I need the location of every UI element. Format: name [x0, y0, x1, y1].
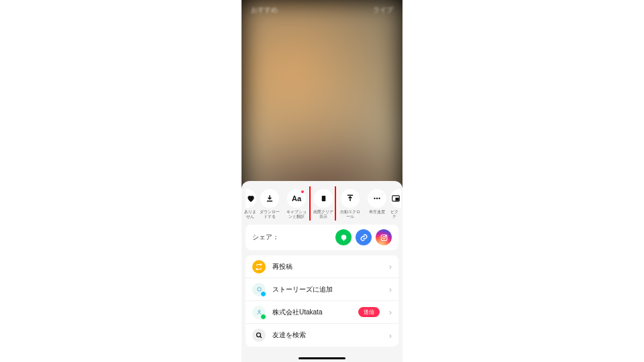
svg-point-12 [257, 333, 261, 337]
pip-icon [390, 189, 401, 208]
svg-point-1 [374, 198, 375, 199]
action-dots[interactable]: 再生速度 [364, 189, 390, 219]
action-label: ダウンロー ドする [260, 210, 280, 219]
action-pip[interactable]: ピク チ [390, 189, 402, 219]
send-badge[interactable]: 送信 [358, 307, 380, 317]
phone-frame: おすすめ ライブ ありま せんダウンロー ドするAaキャプショ ンと翻訳画面クリ… [241, 0, 402, 362]
share-link-icon[interactable] [356, 229, 372, 245]
svg-point-10 [257, 288, 261, 292]
svg-point-2 [376, 198, 378, 199]
share-row: シェア： [246, 225, 398, 250]
svg-rect-5 [396, 198, 398, 200]
action-row: ありま せんダウンロー ドするAaキャプショ ンと翻訳画面クリア 表示自動スクロ… [241, 186, 402, 221]
action-phone[interactable]: 画面クリア 表示 [310, 189, 337, 219]
repost-icon [252, 260, 266, 274]
heart-icon [246, 189, 256, 208]
svg-point-6 [341, 235, 346, 240]
action-label: ピク チ [390, 210, 398, 219]
svg-point-11 [258, 310, 260, 312]
svg-point-9 [385, 235, 386, 236]
phone-icon [314, 189, 333, 208]
chevron-right-icon: › [389, 261, 392, 272]
stories-icon [252, 283, 266, 296]
action-download[interactable]: ダウンロー ドする [256, 189, 283, 219]
menu-item-repost[interactable]: 再投稿› [246, 255, 398, 278]
dots-icon [368, 189, 386, 208]
menu-item-stories[interactable]: ストーリーズに追加› [246, 278, 398, 301]
svg-point-3 [378, 198, 380, 199]
menu-item-search[interactable]: 友達を検索› [246, 324, 398, 347]
badge-dot [301, 190, 304, 193]
tab-right[interactable]: ライブ [373, 5, 393, 15]
share-sheet: ありま せんダウンロー ドするAaキャプショ ンと翻訳画面クリア 表示自動スクロ… [241, 181, 402, 362]
chevron-right-icon: › [389, 330, 392, 341]
svg-point-8 [382, 236, 385, 239]
home-indicator [299, 357, 345, 360]
action-label: ありま せん [244, 210, 256, 219]
chevron-right-icon: › [389, 307, 392, 317]
menu-label: 株式会社Utakata [272, 308, 352, 317]
share-instagram-icon[interactable] [376, 229, 392, 245]
menu-label: ストーリーズに追加 [272, 285, 382, 294]
menu-item-user[interactable]: 株式会社Utakata送信› [246, 301, 398, 324]
user-icon [252, 306, 266, 319]
action-label: 画面クリア 表示 [313, 210, 333, 219]
search-icon [252, 328, 266, 342]
action-label: 自動スクロ ール [340, 210, 360, 219]
action-label: 再生速度 [369, 210, 385, 219]
top-tabs: おすすめ ライブ [241, 5, 402, 15]
action-label: キャプショ ンと翻訳 [286, 210, 307, 219]
action-upload[interactable]: 自動スクロ ール [337, 189, 364, 219]
action-Aa[interactable]: Aaキャプショ ンと翻訳 [283, 189, 310, 219]
share-line-icon[interactable] [335, 229, 352, 245]
Aa-icon: Aa [287, 189, 306, 208]
svg-rect-0 [321, 196, 325, 201]
action-heart[interactable]: ありま せん [241, 189, 256, 219]
menu-list: 再投稿›ストーリーズに追加›株式会社Utakata送信›友達を検索› [246, 255, 398, 347]
menu-label: 再投稿 [272, 262, 382, 272]
download-icon [260, 189, 279, 208]
upload-icon [341, 189, 360, 208]
share-label: シェア： [252, 233, 331, 242]
chevron-right-icon: › [389, 284, 392, 294]
tab-left[interactable]: おすすめ [251, 5, 278, 15]
menu-label: 友達を検索 [272, 330, 382, 340]
